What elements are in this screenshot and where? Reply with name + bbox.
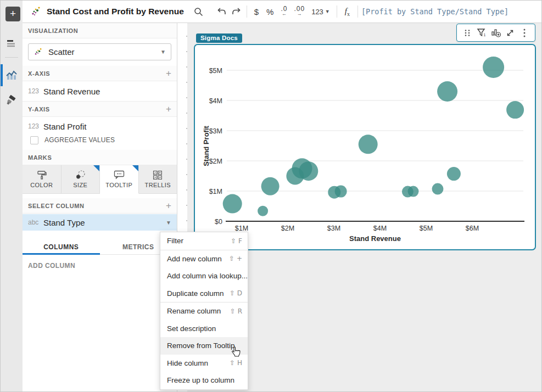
increase-decimal-button[interactable]: .00→ [290,7,308,16]
svg-text:$0: $0 [215,218,222,226]
scatter-bubble[interactable] [447,167,461,181]
menu-item-hide-column[interactable]: Hide column⇧ H [160,355,248,372]
text-type-icon: abc [28,219,43,226]
marks-tab-label: SIZE [73,182,87,188]
y-axis-field-row[interactable]: 123 Stand Profit [23,117,177,136]
select-column-add-icon[interactable]: + [166,200,171,211]
svg-text:$2M: $2M [281,225,294,232]
menu-item-add-new-column[interactable]: Add new column⇧ + [160,250,248,268]
x-axis-add-icon[interactable]: + [166,68,171,79]
menu-item-duplicate-column[interactable]: Duplicate column⇧ D [160,285,248,303]
svg-text:$5M: $5M [420,225,433,232]
scatter-plot: $0$1M$2M$3M$4M$5M$1M$2M$3M$4M$5M$6MStand… [195,45,535,249]
filter-count-icon[interactable]: 1 [474,26,489,40]
scatter-type-icon [33,47,43,57]
maximize-icon[interactable] [503,26,517,40]
scatter-bubble[interactable] [483,57,504,78]
element-name-badge[interactable]: Sigma Docs [196,33,242,43]
menu-item-label: Add new column [167,255,229,263]
viz-type-dropdown[interactable]: Scatter ▼ [28,43,171,60]
app-window: + [0,0,542,392]
formula-fx-icon: fx [340,7,354,17]
x-axis-section-header: X-AXIS + [23,66,177,81]
analytics-panel-icon[interactable] [1,64,23,86]
scatter-bubble[interactable] [223,194,242,214]
marks-tab-label: TOOLTIP [105,182,132,188]
menu-item-shortcut: ⇧ F [231,237,242,245]
menu-item-label: Filter [167,237,231,245]
menu-item-shortcut: ⇧ R [230,307,242,315]
add-column-button[interactable]: ADD COLUMN [23,255,177,277]
aggregate-values-row: AGGREGATE VALUES [23,136,177,150]
explore-chart-icon[interactable] [489,26,503,40]
scatter-bubble[interactable] [359,135,378,154]
menu-item-label: Freeze up to column [167,376,242,384]
scatter-bubble[interactable] [506,101,524,119]
scatter-bubble[interactable] [299,161,318,181]
page-elements-icon[interactable] [1,32,23,54]
chevron-down-icon[interactable]: ▼ [166,220,171,226]
tooltip-icon [114,170,125,180]
svg-text:$1M: $1M [235,225,248,232]
menu-item-set-description[interactable]: Set description [160,320,248,338]
svg-text:$4M: $4M [373,225,387,232]
scatter-bubble[interactable] [437,81,457,102]
tab-columns[interactable]: COLUMNS [23,239,100,254]
redo-icon[interactable] [229,4,243,19]
y-axis-title: Stand Profit [202,126,210,166]
element-toolbar: 1 [456,24,535,42]
menu-item-filter[interactable]: Filter⇧ F [160,232,248,250]
y-axis-add-icon[interactable]: + [166,104,171,115]
marks-tabs: COLORSIZETOOLTIPTRELLIS [23,165,177,194]
scatter-chart-element[interactable]: $0$1M$2M$3M$4M$5M$1M$2M$3M$4M$5M$6MStand… [194,44,536,250]
menu-separator [160,389,248,390]
currency-format-button[interactable]: $ [250,7,262,16]
x-axis-field-row[interactable]: 123 Stand Revenue [23,81,177,101]
format-brush-icon[interactable] [1,89,23,111]
menu-item-label: Rename column [167,307,230,315]
marks-tab-color[interactable]: COLOR [23,165,62,193]
svg-text:$4M: $4M [209,97,222,105]
search-icon[interactable] [192,4,206,19]
svg-text:$2M: $2M [209,158,222,165]
marks-tab-tooltip[interactable]: TOOLTIP [100,165,139,194]
marks-tab-size[interactable]: SIZE [62,165,100,193]
decrease-decimal-button[interactable]: .0← [277,7,290,16]
menu-item-shortcut: ⇧ + [229,255,242,262]
aggregate-values-checkbox[interactable] [30,136,38,144]
percent-format-button[interactable]: % [262,7,277,16]
scatter-bubble[interactable] [335,186,347,198]
scatter-bubble[interactable] [261,177,280,195]
menu-item-label: Hide column [167,359,230,367]
menu-item-label: Remove from Tooltip [167,341,242,350]
formula-bar-input[interactable]: [Profit by Stand Type/Stand Type] [361,7,509,16]
marks-tab-label: COLOR [30,182,53,188]
svg-text:1: 1 [484,33,486,37]
add-element-button[interactable]: + [5,7,20,21]
menu-item-add-column-via-lookup[interactable]: Add column via lookup... [160,267,248,285]
columns-metrics-tabs: COLUMNS METRICS [23,239,177,255]
scatter-bubble[interactable] [408,186,419,197]
kebab-menu-icon[interactable] [517,26,532,40]
visualization-config-panel: VISUALIZATION Scatter ▼ X-AXIS + 123 Sta… [23,23,177,392]
marks-tab-trellis[interactable]: TRELLIS [139,165,177,193]
menu-item-freeze-up-to-column[interactable]: Freeze up to column [160,372,248,389]
tooltip-column-row[interactable]: abc Stand Type ▼ [23,214,177,231]
rail-divider [5,57,18,58]
size-icon [75,170,86,180]
svg-text:$6M: $6M [466,225,479,232]
menu-item-remove-from-tooltip[interactable]: Remove from Tooltip [160,337,248,355]
undo-icon[interactable] [215,4,229,19]
chevron-down-icon: ▼ [160,49,166,55]
scatter-bubble[interactable] [258,206,268,216]
number-format-dropdown[interactable]: 123▼ [308,8,333,16]
scatter-bubble[interactable] [432,183,444,195]
applied-corner-badge [93,165,99,171]
menu-item-label: Set description [167,324,242,333]
viz-type-value: Scatter [48,47,160,57]
menu-item-rename-column[interactable]: Rename column⇧ R [160,303,248,320]
number-type-icon: 123 [28,87,43,95]
drag-handle-icon[interactable] [460,26,474,40]
svg-text:Stand Revenue: Stand Revenue [349,234,401,243]
menu-item-shortcut: ⇧ H [230,359,242,367]
